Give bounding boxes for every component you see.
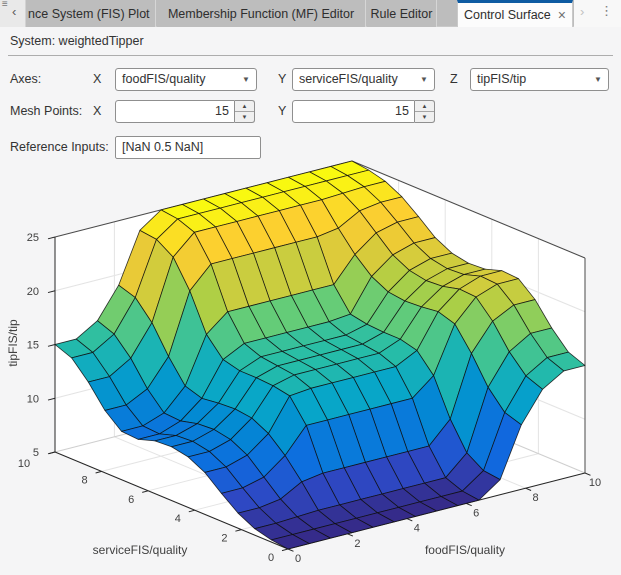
z-axis-dropdown[interactable]: tipFIS/tip ▼ [470, 68, 609, 91]
axes-y-letter: Y [278, 68, 286, 91]
fuzzy-logic-designer-window: ≡ ‹ nce System (FIS) Plot Membership Fun… [0, 0, 621, 575]
chevron-down-icon: ▼ [242, 69, 250, 90]
mesh-x-letter: X [93, 100, 101, 123]
reference-inputs-value: [NaN 0.5 NaN] [122, 140, 203, 154]
y-axis-dropdown[interactable]: serviceFIS/quality ▼ [292, 68, 435, 91]
mesh-x-value: 15 [215, 104, 229, 118]
tab-label: Rule Editor [371, 7, 433, 21]
tab-strip-right-controls: › ⋮ [574, 0, 621, 27]
tab-label: nce System (FIS) Plot [28, 7, 150, 21]
x-axis-dropdown-value: foodFIS/quality [122, 72, 205, 86]
tab-label: Membership Function (MF) Editor [168, 7, 354, 21]
axes-x-letter: X [93, 68, 101, 91]
system-label: System: weightedTipper [10, 34, 144, 48]
scroll-tabs-right-icon[interactable]: › [580, 4, 584, 19]
spin-down-icon[interactable]: ▼ [415, 112, 434, 122]
chevron-down-icon: ▼ [420, 69, 428, 90]
scroll-tabs-left-icon[interactable]: ‹ [12, 4, 16, 19]
mesh-y-value: 15 [395, 104, 409, 118]
mesh-x-field[interactable]: 15 [115, 100, 235, 123]
tab-strip-left-controls: ≡ ‹ [0, 0, 26, 27]
y-axis-dropdown-value: serviceFIS/quality [299, 72, 398, 86]
more-options-icon[interactable]: ⋮ [600, 3, 613, 18]
tab-fis-plot[interactable]: nce System (FIS) Plot [26, 0, 156, 27]
mesh-y-field[interactable]: 15 [292, 100, 415, 123]
tab-control-surface[interactable]: Control Surface × [457, 0, 573, 27]
spin-up-icon[interactable]: ▲ [415, 101, 434, 112]
chevron-down-icon: ▼ [594, 69, 602, 90]
tab-rule-editor[interactable]: Rule Editor [367, 0, 437, 27]
control-surface-panel: System: weightedTipper Axes: X foodFIS/q… [0, 27, 621, 575]
mesh-y-letter: Y [278, 100, 286, 123]
tab-mf-editor[interactable]: Membership Function (MF) Editor [157, 0, 366, 27]
tab-label: Control Surface [464, 8, 551, 22]
axes-z-letter: Z [450, 68, 458, 91]
control-surface-plot[interactable] [0, 156, 621, 575]
close-tab-icon[interactable]: × [558, 8, 566, 22]
mesh-x-stepper: ▲ ▼ [235, 100, 255, 123]
axes-label: Axes: [10, 68, 41, 91]
tab-overflow-menu-icon[interactable]: ≡ [2, 0, 8, 9]
spin-down-icon[interactable]: ▼ [235, 112, 254, 122]
z-axis-dropdown-value: tipFIS/tip [477, 72, 526, 86]
x-axis-dropdown[interactable]: foodFIS/quality ▼ [115, 68, 257, 91]
tab-bar: ≡ ‹ nce System (FIS) Plot Membership Fun… [0, 0, 621, 27]
separator [8, 55, 613, 56]
mesh-y-stepper: ▲ ▼ [415, 100, 435, 123]
mesh-points-label: Mesh Points: [10, 100, 82, 123]
spin-up-icon[interactable]: ▲ [235, 101, 254, 112]
